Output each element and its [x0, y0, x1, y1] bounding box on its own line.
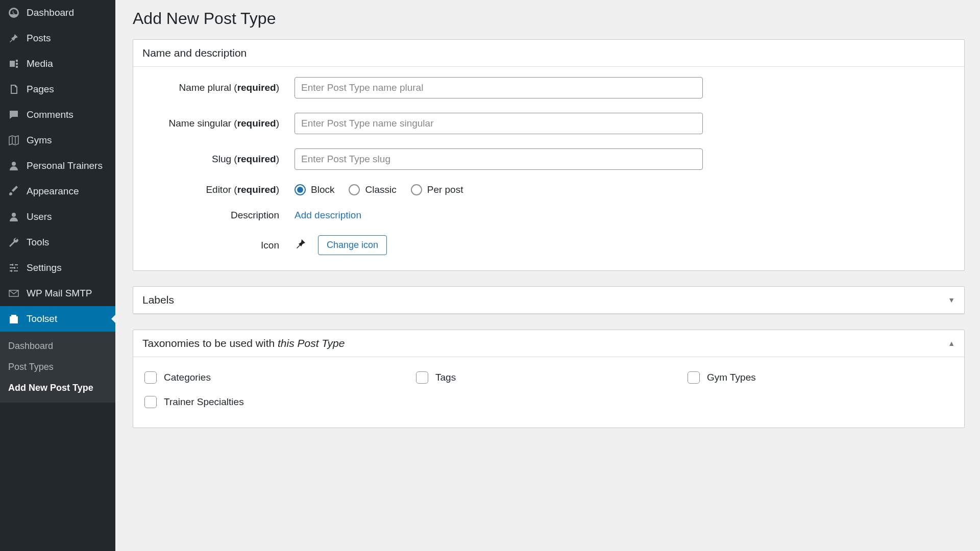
radio-icon — [411, 184, 422, 195]
sidebar-item-personal-trainers[interactable]: Personal Trainers — [0, 153, 115, 179]
checkbox-icon — [144, 371, 157, 384]
brush-icon — [7, 185, 20, 198]
sidebar-item-dashboard[interactable]: Dashboard — [0, 0, 115, 26]
media-icon — [7, 57, 20, 70]
checkbox-trainer-specialties[interactable]: Trainer Specialties — [144, 396, 410, 408]
sidebar-item-label: Settings — [27, 262, 62, 273]
sidebar-item-label: Tools — [27, 237, 49, 248]
admin-sidebar: Dashboard Posts Media Pages Comments Gym… — [0, 0, 115, 551]
page-title: Add New Post Type — [133, 9, 965, 28]
checkbox-label: Tags — [435, 372, 456, 383]
radio-icon — [295, 184, 306, 195]
map-icon — [7, 134, 20, 147]
sidebar-item-label: Comments — [27, 109, 74, 120]
label-slug: Slug (required) — [142, 154, 295, 165]
checkbox-gym-types[interactable]: Gym Types — [688, 371, 953, 384]
submenu-item-dashboard[interactable]: Dashboard — [0, 336, 115, 357]
sidebar-item-media[interactable]: Media — [0, 51, 115, 77]
panel-title: Labels — [142, 294, 174, 306]
panel-title: Taxonomies to be used with this Post Typ… — [142, 337, 345, 349]
change-icon-button[interactable]: Change icon — [318, 235, 387, 255]
label-icon: Icon — [142, 240, 295, 251]
input-name-singular[interactable] — [295, 113, 703, 134]
label-name-plural: Name plural (required) — [142, 82, 295, 93]
sidebar-item-appearance[interactable]: Appearance — [0, 179, 115, 204]
sidebar-item-comments[interactable]: Comments — [0, 102, 115, 128]
radio-label: Per post — [427, 184, 463, 195]
radio-label: Block — [311, 184, 334, 195]
radio-editor-block[interactable]: Block — [295, 184, 334, 195]
submenu-item-add-new-post-type[interactable]: Add New Post Type — [0, 378, 115, 398]
field-description: Description Add description — [142, 210, 955, 221]
radio-editor-per-post[interactable]: Per post — [411, 184, 463, 195]
panel-header: Name and description — [133, 40, 964, 67]
user-icon — [7, 159, 20, 172]
dashboard-icon — [7, 6, 20, 19]
label-name-singular: Name singular (required) — [142, 118, 295, 129]
main-content: Add New Post Type Name and description N… — [115, 0, 980, 551]
checkbox-categories[interactable]: Categories — [144, 371, 410, 384]
field-name-singular: Name singular (required) — [142, 113, 955, 134]
checkbox-tags[interactable]: Tags — [416, 371, 681, 384]
toolset-icon — [7, 312, 20, 325]
sidebar-submenu: Dashboard Post Types Add New Post Type — [0, 332, 115, 403]
sidebar-item-label: Posts — [27, 33, 51, 44]
checkbox-label: Gym Types — [707, 372, 756, 383]
chevron-up-icon: ▲ — [948, 339, 955, 347]
sidebar-item-label: Pages — [27, 84, 54, 95]
panel-header-labels[interactable]: Labels ▼ — [133, 287, 964, 314]
post-type-pin-icon — [295, 238, 307, 253]
field-editor: Editor (required) Block Classic Per post — [142, 184, 955, 195]
sidebar-item-label: Media — [27, 58, 53, 69]
field-name-plural: Name plural (required) — [142, 77, 955, 98]
sidebar-item-gyms[interactable]: Gyms — [0, 128, 115, 153]
panel-header-taxonomies[interactable]: Taxonomies to be used with this Post Typ… — [133, 330, 964, 357]
panel-name-description: Name and description Name plural (requir… — [133, 39, 965, 271]
radio-icon — [349, 184, 360, 195]
sidebar-item-tools[interactable]: Tools — [0, 230, 115, 255]
radio-label: Classic — [365, 184, 396, 195]
sidebar-item-label: Appearance — [27, 186, 79, 197]
checkbox-icon — [144, 396, 157, 408]
pages-icon — [7, 83, 20, 96]
sidebar-item-wp-mail-smtp[interactable]: WP Mail SMTP — [0, 281, 115, 306]
submenu-item-post-types[interactable]: Post Types — [0, 357, 115, 378]
chevron-down-icon: ▼ — [948, 296, 955, 304]
panel-taxonomies: Taxonomies to be used with this Post Typ… — [133, 330, 965, 428]
label-description: Description — [142, 210, 295, 221]
sidebar-item-users[interactable]: Users — [0, 204, 115, 230]
pin-icon — [7, 32, 20, 45]
add-description-link[interactable]: Add description — [295, 210, 361, 221]
label-editor: Editor (required) — [142, 184, 295, 195]
comment-icon — [7, 108, 20, 121]
user-icon — [7, 210, 20, 223]
input-name-plural[interactable] — [295, 77, 703, 98]
checkbox-label: Trainer Specialties — [164, 396, 244, 408]
sidebar-item-label: Toolset — [27, 313, 57, 324]
sidebar-item-toolset[interactable]: Toolset — [0, 306, 115, 332]
panel-labels: Labels ▼ — [133, 286, 965, 314]
sidebar-item-label: Dashboard — [27, 7, 74, 18]
sidebar-item-settings[interactable]: Settings — [0, 255, 115, 281]
radio-editor-classic[interactable]: Classic — [349, 184, 396, 195]
wrench-icon — [7, 236, 20, 249]
input-slug[interactable] — [295, 148, 703, 170]
sidebar-item-label: Personal Trainers — [27, 160, 103, 171]
sidebar-item-label: Users — [27, 211, 52, 222]
checkbox-icon — [688, 371, 700, 384]
checkbox-label: Categories — [164, 372, 211, 383]
panel-title: Name and description — [142, 47, 247, 59]
mail-icon — [7, 287, 20, 300]
sidebar-item-pages[interactable]: Pages — [0, 77, 115, 102]
sidebar-item-posts[interactable]: Posts — [0, 26, 115, 51]
taxonomy-options: Categories Tags Gym Types Trainer Specia… — [142, 367, 955, 412]
sidebar-item-label: Gyms — [27, 135, 52, 146]
sidebar-item-label: WP Mail SMTP — [27, 288, 92, 299]
field-icon: Icon Change icon — [142, 235, 955, 255]
checkbox-icon — [416, 371, 428, 384]
field-slug: Slug (required) — [142, 148, 955, 170]
sliders-icon — [7, 261, 20, 274]
